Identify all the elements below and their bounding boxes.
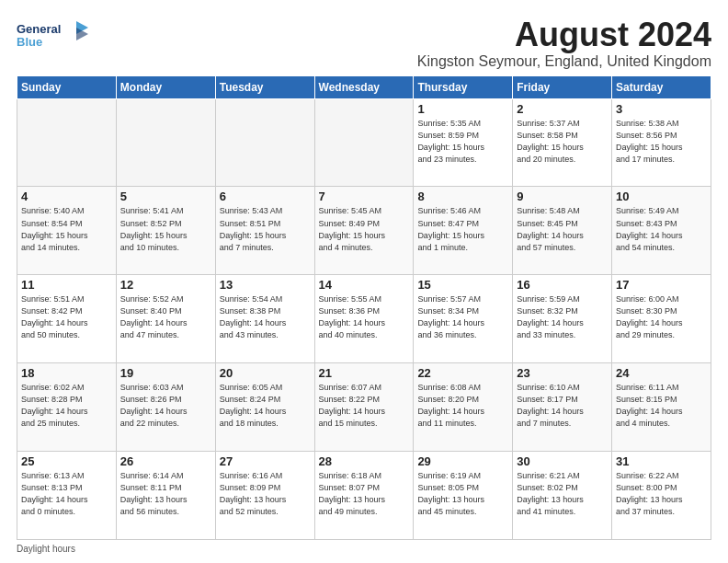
day-number: 31 [616, 454, 707, 468]
day-info: Sunrise: 6:05 AM Sunset: 8:24 PM Dayligh… [220, 382, 311, 430]
day-info: Sunrise: 6:03 AM Sunset: 8:26 PM Dayligh… [120, 382, 211, 430]
col-header-monday: Monday [116, 75, 215, 98]
day-info: Sunrise: 5:59 AM Sunset: 8:32 PM Dayligh… [517, 293, 608, 341]
day-info: Sunrise: 6:00 AM Sunset: 8:30 PM Dayligh… [616, 293, 707, 341]
day-number: 10 [616, 190, 707, 203]
calendar-cell: 29Sunrise: 6:19 AM Sunset: 8:05 PM Dayli… [414, 452, 513, 540]
page: General Blue August 2024 Kingston Seymou… [0, 0, 728, 563]
week-row-3: 11Sunrise: 5:51 AM Sunset: 8:42 PM Dayli… [17, 275, 711, 363]
day-info: Sunrise: 5:37 AM Sunset: 8:58 PM Dayligh… [517, 118, 608, 166]
day-number: 9 [517, 190, 608, 203]
calendar-cell: 20Sunrise: 6:05 AM Sunset: 8:24 PM Dayli… [215, 363, 314, 452]
day-number: 24 [616, 366, 707, 380]
day-number: 11 [21, 278, 112, 292]
day-info: Sunrise: 6:02 AM Sunset: 8:28 PM Dayligh… [21, 382, 112, 430]
header: General Blue August 2024 Kingston Seymou… [17, 17, 711, 70]
calendar-cell: 28Sunrise: 6:18 AM Sunset: 8:07 PM Dayli… [314, 452, 414, 540]
day-number: 14 [319, 278, 410, 292]
day-number: 30 [517, 454, 608, 468]
calendar-cell: 1Sunrise: 5:35 AM Sunset: 8:59 PM Daylig… [414, 98, 513, 187]
day-info: Sunrise: 6:07 AM Sunset: 8:22 PM Dayligh… [319, 382, 410, 430]
day-info: Sunrise: 6:08 AM Sunset: 8:20 PM Dayligh… [417, 382, 508, 430]
day-info: Sunrise: 5:43 AM Sunset: 8:51 PM Dayligh… [220, 205, 311, 253]
daylight-label: Daylight hours [17, 544, 75, 554]
calendar-cell: 5Sunrise: 5:41 AM Sunset: 8:52 PM Daylig… [116, 187, 215, 275]
logo-svg: General Blue [17, 17, 90, 53]
day-number: 18 [21, 366, 112, 380]
day-number: 5 [120, 190, 211, 203]
calendar-cell: 16Sunrise: 5:59 AM Sunset: 8:32 PM Dayli… [513, 275, 612, 363]
day-number: 26 [120, 454, 211, 468]
calendar-cell: 26Sunrise: 6:14 AM Sunset: 8:11 PM Dayli… [116, 452, 215, 540]
col-header-sunday: Sunday [17, 75, 117, 98]
day-number: 3 [616, 102, 707, 116]
day-info: Sunrise: 5:54 AM Sunset: 8:38 PM Dayligh… [220, 293, 311, 341]
calendar-cell: 9Sunrise: 5:48 AM Sunset: 8:45 PM Daylig… [513, 187, 612, 275]
logo-icon: General Blue [17, 17, 90, 53]
day-info: Sunrise: 6:19 AM Sunset: 8:05 PM Dayligh… [417, 470, 508, 518]
calendar-cell: 23Sunrise: 6:10 AM Sunset: 8:17 PM Dayli… [513, 363, 612, 452]
day-info: Sunrise: 6:14 AM Sunset: 8:11 PM Dayligh… [120, 470, 211, 518]
calendar-cell [314, 98, 414, 187]
calendar-subtitle: Kingston Seymour, England, United Kingdo… [417, 53, 711, 70]
day-info: Sunrise: 5:51 AM Sunset: 8:42 PM Dayligh… [21, 293, 112, 341]
calendar-cell: 15Sunrise: 5:57 AM Sunset: 8:34 PM Dayli… [414, 275, 513, 363]
calendar-cell: 3Sunrise: 5:38 AM Sunset: 8:56 PM Daylig… [612, 98, 711, 187]
calendar-cell: 25Sunrise: 6:13 AM Sunset: 8:13 PM Dayli… [17, 452, 117, 540]
calendar-cell: 27Sunrise: 6:16 AM Sunset: 8:09 PM Dayli… [215, 452, 314, 540]
day-info: Sunrise: 6:11 AM Sunset: 8:15 PM Dayligh… [616, 382, 707, 430]
day-info: Sunrise: 6:10 AM Sunset: 8:17 PM Dayligh… [517, 382, 608, 430]
week-row-1: 1Sunrise: 5:35 AM Sunset: 8:59 PM Daylig… [17, 98, 711, 187]
day-number: 29 [417, 454, 508, 468]
day-info: Sunrise: 6:16 AM Sunset: 8:09 PM Dayligh… [220, 470, 311, 518]
day-info: Sunrise: 5:35 AM Sunset: 8:59 PM Dayligh… [417, 118, 508, 166]
calendar-cell [17, 98, 117, 187]
day-number: 12 [120, 278, 211, 292]
calendar-cell: 18Sunrise: 6:02 AM Sunset: 8:28 PM Dayli… [17, 363, 117, 452]
calendar-cell: 2Sunrise: 5:37 AM Sunset: 8:58 PM Daylig… [513, 98, 612, 187]
calendar-cell: 19Sunrise: 6:03 AM Sunset: 8:26 PM Dayli… [116, 363, 215, 452]
calendar-cell: 30Sunrise: 6:21 AM Sunset: 8:02 PM Dayli… [513, 452, 612, 540]
title-block: August 2024 Kingston Seymour, England, U… [417, 17, 711, 70]
day-number: 19 [120, 366, 211, 380]
day-number: 2 [517, 102, 608, 116]
day-number: 8 [417, 190, 508, 203]
calendar-cell: 22Sunrise: 6:08 AM Sunset: 8:20 PM Dayli… [414, 363, 513, 452]
calendar-title: August 2024 [417, 17, 711, 53]
calendar-cell: 31Sunrise: 6:22 AM Sunset: 8:00 PM Dayli… [612, 452, 711, 540]
day-info: Sunrise: 5:49 AM Sunset: 8:43 PM Dayligh… [616, 205, 707, 253]
calendar-cell: 4Sunrise: 5:40 AM Sunset: 8:54 PM Daylig… [17, 187, 117, 275]
col-header-saturday: Saturday [612, 75, 711, 98]
day-number: 22 [417, 366, 508, 380]
calendar-cell [215, 98, 314, 187]
calendar-table: SundayMondayTuesdayWednesdayThursdayFrid… [17, 75, 711, 540]
calendar-cell: 10Sunrise: 5:49 AM Sunset: 8:43 PM Dayli… [612, 187, 711, 275]
day-info: Sunrise: 5:46 AM Sunset: 8:47 PM Dayligh… [417, 205, 508, 253]
svg-text:General: General [17, 22, 61, 36]
day-info: Sunrise: 6:13 AM Sunset: 8:13 PM Dayligh… [21, 470, 112, 518]
day-number: 28 [319, 454, 410, 468]
day-info: Sunrise: 6:18 AM Sunset: 8:07 PM Dayligh… [319, 470, 410, 518]
day-number: 17 [616, 278, 707, 292]
col-header-wednesday: Wednesday [314, 75, 414, 98]
day-info: Sunrise: 5:38 AM Sunset: 8:56 PM Dayligh… [616, 118, 707, 166]
day-info: Sunrise: 6:21 AM Sunset: 8:02 PM Dayligh… [517, 470, 608, 518]
calendar-cell: 24Sunrise: 6:11 AM Sunset: 8:15 PM Dayli… [612, 363, 711, 452]
day-info: Sunrise: 5:45 AM Sunset: 8:49 PM Dayligh… [319, 205, 410, 253]
calendar-header-row: SundayMondayTuesdayWednesdayThursdayFrid… [17, 75, 711, 98]
day-number: 6 [220, 190, 311, 203]
day-number: 23 [517, 366, 608, 380]
day-info: Sunrise: 6:22 AM Sunset: 8:00 PM Dayligh… [616, 470, 707, 518]
calendar-cell [116, 98, 215, 187]
day-number: 7 [319, 190, 410, 203]
day-number: 15 [417, 278, 508, 292]
calendar-cell: 14Sunrise: 5:55 AM Sunset: 8:36 PM Dayli… [314, 275, 414, 363]
week-row-2: 4Sunrise: 5:40 AM Sunset: 8:54 PM Daylig… [17, 187, 711, 275]
calendar-cell: 12Sunrise: 5:52 AM Sunset: 8:40 PM Dayli… [116, 275, 215, 363]
day-number: 16 [517, 278, 608, 292]
day-info: Sunrise: 5:40 AM Sunset: 8:54 PM Dayligh… [21, 205, 112, 253]
day-info: Sunrise: 5:48 AM Sunset: 8:45 PM Dayligh… [517, 205, 608, 253]
footer: Daylight hours [17, 544, 711, 554]
calendar-cell: 8Sunrise: 5:46 AM Sunset: 8:47 PM Daylig… [414, 187, 513, 275]
calendar-cell: 21Sunrise: 6:07 AM Sunset: 8:22 PM Dayli… [314, 363, 414, 452]
